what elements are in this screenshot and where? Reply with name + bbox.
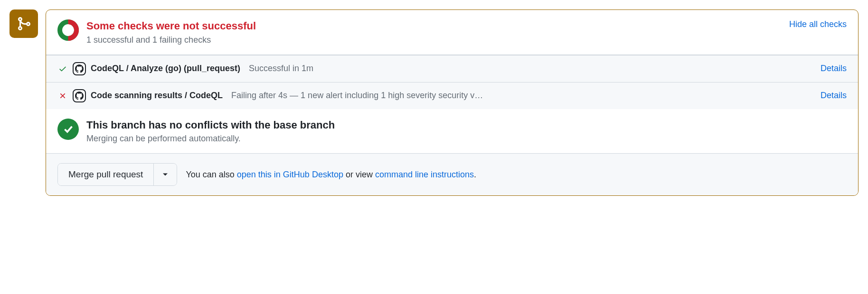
footer-mid: or view [343,170,375,179]
merge-footer: Merge pull request You can also open thi… [46,153,858,195]
check-description: Failing after 4s — 1 new alert including… [231,91,816,101]
check-row: CodeQL / Analyze (go) (pull_request) Suc… [46,55,858,82]
check-fail-icon [57,91,68,101]
success-circle-icon [57,119,79,140]
checks-status-subtitle: 1 successful and 1 failing checks [86,35,782,45]
check-details-link[interactable]: Details [821,91,847,101]
check-row: Code scanning results / CodeQL Failing a… [46,82,858,109]
conflict-subtitle: Merging can be performed automatically. [86,134,847,144]
github-app-icon [73,89,86,102]
merge-footer-text: You can also open this in GitHub Desktop… [186,170,476,180]
footer-suffix: . [474,170,476,179]
command-line-link[interactable]: command line instructions [375,170,474,179]
merge-button-group: Merge pull request [57,163,177,186]
chevron-down-icon [162,173,168,176]
footer-prefix: You can also [186,170,236,179]
conflict-status-section: This branch has no conflicts with the ba… [46,109,858,154]
merge-options-dropdown[interactable] [153,164,177,185]
check-name: Code scanning results / CodeQL [91,91,223,101]
check-success-icon [57,64,68,74]
git-merge-timeline-badge [9,9,38,38]
merge-status-box: Some checks were not successful 1 succes… [46,9,859,196]
status-donut-icon [57,19,79,41]
checks-status-section: Some checks were not successful 1 succes… [46,10,858,55]
check-description: Successful in 1m [249,64,816,74]
checks-status-title: Some checks were not successful [86,19,782,33]
git-merge-icon [16,16,31,31]
checks-list: CodeQL / Analyze (go) (pull_request) Suc… [46,55,858,109]
merge-pull-request-button[interactable]: Merge pull request [58,164,153,185]
hide-all-checks-link[interactable]: Hide all checks [789,19,847,29]
check-name: CodeQL / Analyze (go) (pull_request) [91,64,240,74]
check-details-link[interactable]: Details [821,64,847,74]
open-github-desktop-link[interactable]: open this in GitHub Desktop [237,170,343,179]
github-app-icon [73,62,86,75]
conflict-title: This branch has no conflicts with the ba… [86,119,847,132]
